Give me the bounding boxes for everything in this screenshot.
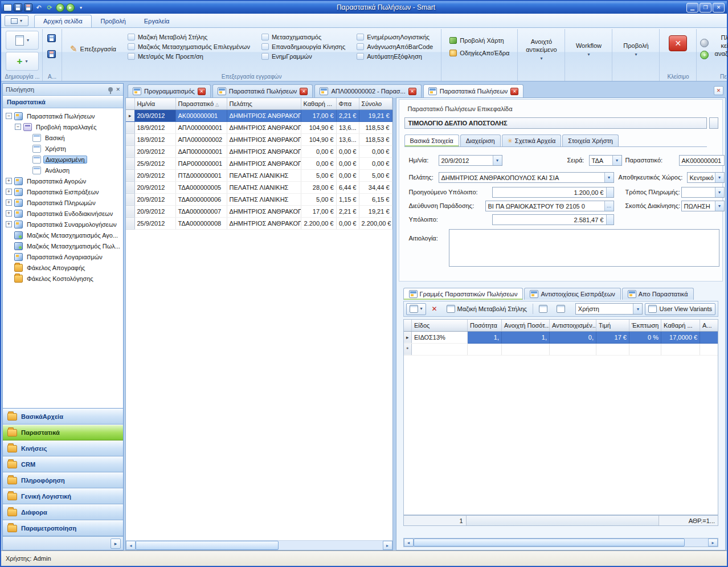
tree-item[interactable]: Βασική [3,132,123,143]
cell-net[interactable]: 17,00 € [301,109,336,121]
undo-icon[interactable]: ↶ [34,3,43,12]
chevron-right-icon[interactable]: ▸ [111,539,121,549]
cell-net[interactable]: 2.200,00 € [301,217,336,229]
cell-extra[interactable] [700,331,719,343]
cell-customer[interactable]: ΔΗΜΗΤΡΙΟΣ ΑΝΘΡΑΚΟΠ... [227,133,301,145]
tree-expand-icon[interactable]: + [6,199,12,206]
back-icon[interactable]: ◂ [56,3,64,12]
series-combobox[interactable]: ΤΔΑ▾ [589,155,622,166]
cell-customer[interactable]: ΔΗΜΗΤΡΙΟΣ ΑΝΘΡΑΚΟΠ... [227,109,301,121]
tree-item[interactable]: +Παραστατικά Ενδοδιακινήσεων [3,208,123,219]
cell-extra[interactable] [700,343,719,355]
column-header-open-quantity[interactable]: Ανοιχτή Ποσότ... [502,320,550,331]
main-menu-button[interactable]: ▾ [5,15,28,26]
tab-view[interactable]: Προβολή [92,15,135,27]
cell-date[interactable]: 20/9/2012 [134,205,175,217]
ribbon-button[interactable]: ΑυτόματηΕξόφληση [355,52,434,60]
document-number-field[interactable]: ΑΚ000000001 [679,155,725,166]
user-view-variants-button[interactable]: User View Variants [645,303,715,315]
layout-icon-button[interactable] [535,303,551,315]
cell-net[interactable]: 104,90 € [301,133,336,145]
warehouse-combobox[interactable]: Κεντρικό▾ [687,172,725,183]
open-object-button[interactable]: Ανοιχτό αντικείμενο ▾ [521,31,561,68]
save-icon[interactable] [47,34,56,42]
chevron-down-icon[interactable]: ▾ [612,156,621,165]
cell-vat[interactable]: 0,00 € [336,217,359,229]
column-header-price[interactable]: Τιμή [596,320,629,331]
workflow-button[interactable]: Workflow ▾ [569,31,608,68]
doc-band-button[interactable] [709,117,718,129]
cell-price[interactable] [596,343,629,355]
tree-item[interactable]: Χρήστη [3,143,123,154]
cell-vat[interactable]: 13,6... [336,133,359,145]
cell-total[interactable]: 19,21 € [359,109,392,121]
column-header-total[interactable]: Σύνολο [359,98,392,109]
cell-net[interactable]: 0,00 € [301,157,336,169]
cell-customer[interactable]: ΠΕΛΑΤΗΣ ΛΙΑΝΙΚΗΣ [227,169,301,181]
delivery-address-field[interactable]: ΒΙ ΠΑ ΩΡΑΙΟΚΑΣΤΡΟΥ ΤΘ 2105 0… [485,201,614,211]
table-row[interactable]: 18/9/2012 ΑΠΛ000000002 ΔΗΜΗΤΡΙΟΣ ΑΝΘΡΑΚΟ… [126,133,392,145]
cell-vat[interactable]: 1,15 € [336,193,359,205]
nav-basika-arxeia[interactable]: ΒασικάΑρχεία [3,409,123,425]
cell-total[interactable]: 0,00 € [359,145,392,157]
tree-item[interactable]: Φάκελος Απογραφής [3,262,123,273]
column-header-net[interactable]: Καθαρή ... [661,320,700,331]
cell-net[interactable]: 104,90 € [301,121,336,133]
ribbon-button[interactable]: ΕνημέρωσηΛογιστικής [355,33,434,41]
tree-item[interactable]: Μαζικός Μετασχηματισμός Πωλ... [3,240,123,251]
toolbar-dropdown-icon[interactable]: ▾ [76,3,85,12]
scroll-track[interactable] [414,539,709,546]
chevron-down-icon[interactable]: ▾ [715,187,724,197]
cell-total[interactable]: 6,15 € [359,193,392,205]
cell-document[interactable]: ΤΔΑ000000006 [175,193,227,205]
column-header-document[interactable]: Παραστατικό△ [175,98,227,109]
ribbon-button[interactable]: Μετ/σμός Με Προεπ/ση [126,52,251,60]
tree-expand-icon[interactable]: + [6,210,12,217]
export-icon-button[interactable] [553,303,569,315]
tab-tools[interactable]: Εργαλεία [135,15,179,27]
calculator-icon[interactable] [606,187,614,197]
map-view-button[interactable]: Προβολή Χάρτη [448,36,510,44]
cell-open-quantity[interactable] [502,343,550,355]
doc-tab[interactable]: Παραστατικά Πωλήσεων✕ [212,84,313,97]
customer-combobox[interactable]: ΔΗΜΗΤΡΙΟΣ ΑΝΘΡΑΚΟΠΟΥΛΟΣ ΚΑΙ ΣΙΑ▾ [439,172,614,183]
cell-date[interactable]: 20/9/2012 [134,169,175,181]
cell-total[interactable]: 5,00 € [359,169,392,181]
close-tab-icon[interactable]: ✕ [198,88,206,95]
tab-lines[interactable]: Γραμμές Παραστατικών Πωλήσεων [403,288,523,300]
tab-management[interactable]: Διαχείριση [460,134,501,146]
cell-customer[interactable]: ΔΗΜΗΤΡΙΟΣ ΑΝΘΡΑΚΟΠ... [227,217,301,229]
table-row[interactable]: 20/9/2012 ΤΔΑ000000005 ΠΕΛΑΤΗΣ ΛΙΑΝΙΚΗΣ … [126,181,392,193]
horizontal-scrollbar[interactable]: ◂ ▸ [403,538,719,547]
fulltext-search-button[interactable]: Πλήρες κείμενο αναζήτησης ▾ [711,31,728,68]
view-mode-combobox[interactable]: Χρήστη▾ [575,303,643,315]
close-all-tabs-icon[interactable]: ✕ [714,86,723,95]
cell-vat[interactable]: 13,6... [336,121,359,133]
tree-item[interactable]: Φάκελος Κοστολόγησης [3,273,123,284]
ribbon-button[interactable]: Μετασχηματισμός [260,33,346,41]
table-row[interactable]: 25/9/2012 ΠΑΡ000000001 ΔΗΜΗΤΡΙΟΣ ΑΝΘΡΑΚΟ… [126,157,392,169]
doc-tab[interactable]: ΑΠΛ000000002 - Παρασ...✕ [314,84,421,97]
tab-user-info[interactable]: Στοιχεία Χρήστη [562,134,619,146]
cell-total[interactable]: 34,44 € [359,181,392,193]
previous-balance-field[interactable]: 1.200,00 € [492,187,614,198]
add-record-button[interactable]: + ▾ [6,52,39,71]
close-document-button[interactable]: ✕ [669,35,687,51]
view-button[interactable]: Προβολή ▾ [616,31,656,68]
tree-expand-icon[interactable]: + [6,189,12,195]
tree-item[interactable]: +Παραστατικά Πληρωμών [3,197,123,208]
cell-date[interactable]: 18/9/2012 [134,133,175,145]
cell-customer[interactable]: ΔΗΜΗΤΡΙΟΣ ΑΝΘΡΑΚΟΠ... [227,121,301,133]
cell-price[interactable]: 17 € [596,331,629,343]
nav-pliroforisi[interactable]: Πληροφόρηση [3,472,123,488]
tree-expand-icon[interactable]: + [6,178,12,184]
tab-from-documents[interactable]: Απο Παραστατικά [622,288,694,300]
tree-item[interactable]: Παραστατικά Λογαριασμών [3,251,123,262]
cell-customer[interactable]: ΔΗΜΗΤΡΙΟΣ ΑΝΘΡΑΚΟΠ... [227,145,301,157]
table-row[interactable]: 25/9/2012 ΤΔΑ000000008 ΔΗΜΗΤΡΙΟΣ ΑΝΘΡΑΚΟ… [126,217,392,229]
cell-document[interactable]: ΔΑΠ000000001 [175,145,227,157]
tab-receipt-matching[interactable]: Αντιστοιχίσεις Εισπράξεων [524,288,620,300]
tab-related-files[interactable]: ✳Σχετικά Αρχεία [502,134,562,146]
cell-matched[interactable]: 0, [550,331,596,343]
cell-document[interactable]: ΤΔΑ000000005 [175,181,227,193]
